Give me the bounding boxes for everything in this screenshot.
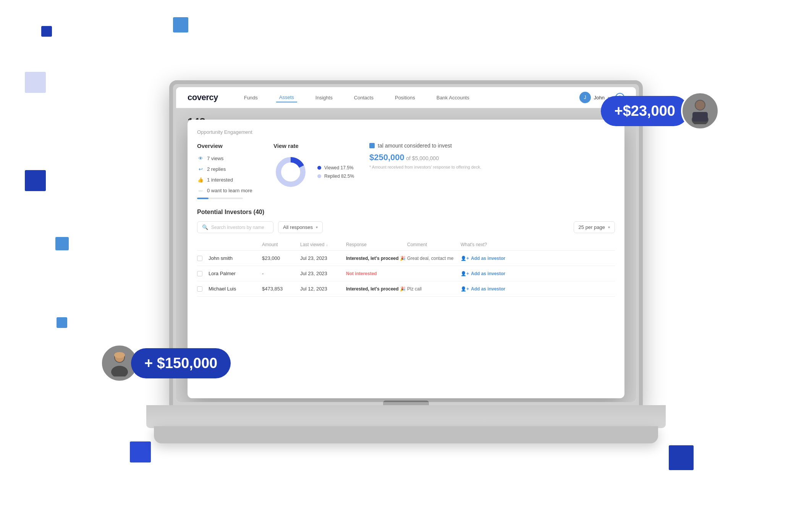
legend-replied-label: Replied 82.5%: [324, 174, 354, 179]
laptop-body: covercy Funds Assets Insights Contacts P…: [169, 80, 643, 409]
investors-table: Amount Last viewed ↓ Response Comment Wh…: [197, 239, 615, 297]
nav-bar: covercy Funds Assets Insights Contacts P…: [176, 87, 636, 108]
total-of-label: of $5,000,000: [406, 155, 439, 161]
laptop-base: [146, 405, 666, 428]
col-whats-next: What's next?: [461, 242, 522, 247]
table-header-row: Amount Last viewed ↓ Response Comment Wh…: [197, 239, 615, 251]
badge-right: +$23,000: [601, 92, 719, 130]
progress-bar-container: [197, 198, 258, 199]
filter-dropdown[interactable]: All responses ▾: [278, 221, 323, 233]
deco-square-3: [25, 72, 46, 93]
row1-last-viewed: Jul 23, 2023: [300, 255, 346, 261]
nav-link-contacts[interactable]: Contacts: [351, 93, 377, 102]
legend-replied: Replied 82.5%: [317, 174, 354, 179]
investors-section-title: Potential Investors (40): [197, 209, 615, 216]
row3-add-label: Add as investor: [471, 286, 505, 292]
legend-dot-viewed: [317, 166, 321, 170]
badge-right-pill: +$23,000: [601, 96, 689, 126]
badge-right-avatar: [681, 92, 719, 130]
total-icon-square: [369, 143, 375, 148]
reply-icon: ↩: [197, 166, 204, 172]
col-response: Response: [346, 242, 407, 247]
row3-add-investor[interactable]: 👤+ Add as investor: [461, 286, 522, 292]
badge-left-pill: + $150,000: [131, 348, 231, 378]
nav-avatar: J: [579, 92, 591, 103]
progress-bar: [197, 198, 243, 199]
total-amount-display: $250,000 of $5,000,000: [369, 153, 615, 162]
nav-link-funds[interactable]: Funds: [241, 93, 261, 102]
laptop-foot: [154, 426, 658, 443]
svg-point-9: [114, 352, 125, 358]
overview-item-interested: 👍 1 interested: [197, 176, 258, 183]
overview-learn-label: 0 want to learn more: [207, 188, 252, 193]
overview-item-replies: ↩ 2 replies: [197, 166, 258, 172]
row3-response: Interested, let's proceed 🎉: [346, 286, 407, 292]
more-icon: ···: [197, 187, 204, 194]
overview-title: Overview: [197, 143, 258, 149]
progress-bar-fill: [197, 198, 209, 199]
table-row: John smith $23,000 Jul 23, 2023 Interest…: [197, 251, 615, 266]
row1-checkbox[interactable]: [197, 256, 202, 261]
nav-link-assets[interactable]: Assets: [276, 93, 297, 102]
row2-add-investor[interactable]: 👤+ Add as investor: [461, 271, 522, 276]
deco-square-2: [173, 17, 188, 32]
svg-point-7: [111, 366, 128, 376]
nav-link-bank-accounts[interactable]: Bank Accounts: [433, 93, 472, 102]
deco-square-5: [55, 237, 69, 250]
eye-icon: 👁: [197, 155, 204, 162]
row2-last-viewed: Jul 23, 2023: [300, 271, 346, 276]
filter-label: All responses: [283, 224, 313, 230]
col-checkbox: [197, 242, 209, 247]
row3-last-viewed: Jul 12, 2023: [300, 286, 346, 292]
search-box[interactable]: 🔍 Search investors by name: [197, 221, 273, 233]
row1-amount: $23,000: [262, 255, 300, 261]
row3-comment: Plz call: [407, 286, 461, 292]
total-note: * Amount received from investors' respon…: [369, 165, 615, 169]
male-avatar-icon: [687, 97, 713, 124]
row2-add-label: Add as investor: [471, 271, 505, 276]
row1-response: Interested, let's proceed 🎉: [346, 256, 407, 261]
table-controls: 🔍 Search investors by name All responses…: [197, 221, 615, 233]
col-comment: Comment: [407, 242, 461, 247]
laptop-screen: covercy Funds Assets Insights Contacts P…: [176, 87, 636, 402]
overview-views-label: 7 views: [207, 156, 223, 161]
row1-comment: Great deal, contact me: [407, 256, 461, 261]
legend-viewed: Viewed 17.5%: [317, 165, 354, 170]
laptop: covercy Funds Assets Insights Contacts P…: [139, 57, 673, 459]
deco-square-9: [57, 317, 67, 328]
donut-chart: [273, 155, 308, 189]
filter-chevron-icon: ▾: [316, 225, 318, 229]
per-page-dropdown[interactable]: 25 per page ▾: [574, 221, 615, 233]
deco-square-1: [41, 26, 52, 37]
row1-add-investor[interactable]: 👤+ Add as investor: [461, 256, 522, 261]
deco-square-4: [25, 170, 46, 191]
col-name: [209, 242, 262, 247]
per-page-label: 25 per page: [579, 224, 605, 230]
nav-link-positions[interactable]: Positions: [392, 93, 418, 102]
add-icon: 👤+: [461, 286, 469, 292]
nav-link-insights[interactable]: Insights: [312, 93, 336, 102]
modal-sections: Overview 👁 7 views ↩ 2 replies: [197, 143, 615, 199]
total-amount-value: $250,000: [369, 153, 404, 162]
sort-icon: ↓: [326, 243, 328, 247]
row2-checkbox[interactable]: [197, 271, 202, 276]
svg-point-4: [696, 101, 705, 110]
donut-legend: Viewed 17.5% Replied 82.5%: [317, 165, 354, 179]
overview-item-views: 👁 7 views: [197, 155, 258, 162]
donut-wrapper: Viewed 17.5% Replied 82.5%: [273, 155, 354, 189]
col-last-viewed: Last viewed ↓: [300, 242, 346, 247]
row2-name: Lora Palmer: [209, 271, 262, 276]
row3-checkbox[interactable]: [197, 286, 202, 292]
row2-response: Not interested: [346, 271, 407, 276]
table-row: Lora Palmer - Jul 23, 2023 Not intereste…: [197, 266, 615, 281]
total-section: tal amount considered to invest $250,000…: [369, 143, 615, 199]
nav-logo: covercy: [188, 92, 218, 102]
col-amount: Amount: [262, 242, 300, 247]
viewrate-title: View rate: [273, 143, 354, 149]
table-controls-left: 🔍 Search investors by name All responses…: [197, 221, 323, 233]
search-placeholder: Search investors by name: [211, 225, 264, 230]
legend-dot-replied: [317, 174, 321, 178]
per-page-chevron-icon: ▾: [608, 225, 610, 229]
modal-overlay: Opportunity Engagement Overview 👁 7 view…: [176, 108, 636, 402]
nav-links: Funds Assets Insights Contacts Positions…: [241, 93, 579, 102]
